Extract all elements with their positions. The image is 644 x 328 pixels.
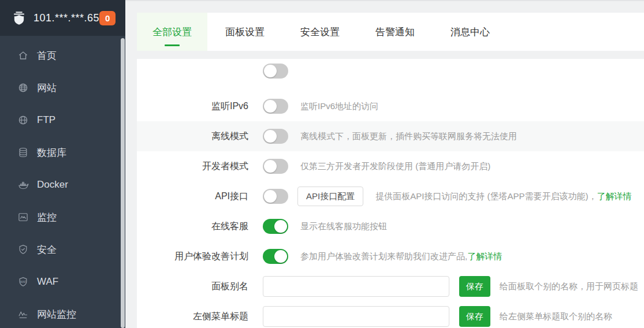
tab-alarm-notification[interactable]: 告警通知 xyxy=(358,13,433,51)
waf-shield-icon: WAF xyxy=(17,276,29,288)
setting-desc: 离线模式下，面板更新，插件购买等联网服务将无法使用 xyxy=(300,131,517,142)
toggle-knob xyxy=(264,65,277,77)
setting-desc: 显示在线客服功能按钮 xyxy=(300,221,387,232)
toggle-knob xyxy=(264,100,277,113)
setting-desc-text: 提供面板API接口访问的支持 (堡塔APP需要开启该功能)， xyxy=(375,191,597,201)
toggle-knob xyxy=(274,220,287,233)
sidebar-scrollbar[interactable] xyxy=(121,38,125,328)
toggle-knob xyxy=(264,190,277,203)
online-support-toggle[interactable] xyxy=(263,219,288,234)
sidebar-item-label: 首页 xyxy=(37,49,57,62)
sidebar-menu: 首页 网站 FTP 数据库 xyxy=(0,36,125,328)
setting-label: 在线客服 xyxy=(137,221,248,233)
baota-panel: 101.***.***.65 0 首页 网站 FTP xyxy=(0,0,644,328)
toggle-knob xyxy=(264,130,277,143)
offline-mode-toggle[interactable] xyxy=(263,129,288,144)
setting-label: 面板别名 xyxy=(137,281,248,293)
setting-row-developer-mode: 开发者模式 仅第三方开发者开发阶段使用 (普通用户请勿开启) xyxy=(137,151,644,181)
sidebar-item-waf[interactable]: WAF WAF xyxy=(0,266,125,298)
setting-desc: 参加用户体验改善计划来帮助我们改进产品,了解详情 xyxy=(300,251,502,262)
sidebar-item-label: 数据库 xyxy=(37,146,66,159)
setting-row-online-support: 在线客服 显示在线客服功能按钮 xyxy=(137,211,644,241)
message-count-badge[interactable]: 0 xyxy=(99,11,116,25)
menu-title-input[interactable] xyxy=(263,306,449,327)
sidebar-item-security[interactable]: 安全 xyxy=(0,233,125,266)
monitor-chart-icon xyxy=(17,211,29,223)
tab-label: 安全设置 xyxy=(300,25,340,39)
tab-all-settings[interactable]: 全部设置 xyxy=(137,13,207,51)
developer-mode-toggle[interactable] xyxy=(263,159,288,174)
sidebar-item-label: FTP xyxy=(37,114,55,126)
sidebar: 101.***.***.65 0 首页 网站 FTP xyxy=(0,0,125,328)
shield-check-icon xyxy=(17,244,29,255)
listen-ipv6-toggle[interactable] xyxy=(263,99,288,114)
ux-program-toggle[interactable] xyxy=(263,249,288,264)
setting-label: 左侧菜单标题 xyxy=(137,311,248,323)
pulse-chart-icon xyxy=(17,308,29,320)
sidebar-item-docker[interactable]: Docker xyxy=(0,169,125,201)
cut-off-toggle[interactable] xyxy=(263,64,288,79)
baota-logo-icon xyxy=(12,10,27,26)
setting-row-offline-mode: 离线模式 离线模式下，面板更新，插件购买等联网服务将无法使用 xyxy=(137,121,644,151)
sidebar-item-website[interactable]: 网站 xyxy=(0,72,125,104)
save-button[interactable]: 保存 xyxy=(459,306,490,327)
setting-desc: 给面板取个别的名称，用于网页标题 xyxy=(500,281,638,292)
settings-rows: 监听IPv6 监听IPv6地址的访问 离线模式 离线模式下，面板更新，插件购买等… xyxy=(137,59,644,328)
sidebar-item-label: 网站监控 xyxy=(37,308,76,321)
setting-label: 离线模式 xyxy=(137,131,248,143)
settings-panel: 监听IPv6 监听IPv6地址的访问 离线模式 离线模式下，面板更新，插件购买等… xyxy=(137,59,644,328)
settings-page: 全部设置 面板设置 安全设置 告警通知 消息中心 监听IPv xyxy=(125,0,644,328)
sidebar-item-label: Docker xyxy=(37,179,68,191)
setting-label: 用户体验改善计划 xyxy=(137,251,248,263)
toggle-knob xyxy=(264,160,277,173)
setting-desc: 监听IPv6地址的访问 xyxy=(300,101,378,112)
api-toggle[interactable] xyxy=(263,189,288,204)
setting-row-listen-ipv6: 监听IPv6 监听IPv6地址的访问 xyxy=(137,91,644,121)
sidebar-item-database[interactable]: 数据库 xyxy=(0,136,125,169)
toggle-knob xyxy=(274,250,287,263)
active-tab-underline xyxy=(165,44,180,46)
sidebar-item-label: WAF xyxy=(37,276,58,288)
setting-label: API接口 xyxy=(137,191,248,203)
api-config-button[interactable]: API接口配置 xyxy=(297,187,363,206)
save-button[interactable]: 保存 xyxy=(459,276,490,297)
tab-message-center[interactable]: 消息中心 xyxy=(433,13,508,51)
tab-label: 面板设置 xyxy=(225,25,265,39)
svg-text:WAF: WAF xyxy=(20,281,26,284)
setting-desc: 提供面板API接口访问的支持 (堡塔APP需要开启该功能)，了解详情 xyxy=(375,191,631,202)
tab-panel-settings[interactable]: 面板设置 xyxy=(207,13,282,51)
sidebar-item-site-monitor[interactable]: 网站监控 xyxy=(0,298,125,328)
setting-label: 开发者模式 xyxy=(137,161,248,173)
setting-row-menu-title: 左侧菜单标题 保存 给左侧菜单标题取个别的名称 xyxy=(137,301,644,328)
database-icon xyxy=(17,147,29,158)
sidebar-item-label: 监控 xyxy=(37,211,57,224)
sidebar-item-monitor[interactable]: 监控 xyxy=(0,201,125,233)
panel-alias-input[interactable] xyxy=(263,276,449,297)
learn-more-link[interactable]: 了解详情 xyxy=(467,251,502,261)
setting-row-panel-alias: 面板别名 保存 给面板取个别的名称，用于网页标题 xyxy=(137,271,644,301)
home-icon xyxy=(17,50,29,61)
server-header[interactable]: 101.***.***.65 0 xyxy=(0,0,125,36)
tab-label: 消息中心 xyxy=(451,25,490,39)
setting-desc-text: 参加用户体验改善计划来帮助我们改进产品, xyxy=(300,251,467,261)
server-ip: 101.***.***.65 xyxy=(33,12,99,24)
sidebar-item-home[interactable]: 首页 xyxy=(0,39,125,72)
setting-row-api: API接口 API接口配置 提供面板API接口访问的支持 (堡塔APP需要开启该… xyxy=(137,181,644,211)
learn-more-link[interactable]: 了解详情 xyxy=(597,191,632,201)
settings-tabs: 全部设置 面板设置 安全设置 告警通知 消息中心 xyxy=(137,13,644,51)
docker-icon xyxy=(17,179,29,191)
sidebar-item-label: 网站 xyxy=(37,81,57,95)
setting-label: 监听IPv6 xyxy=(137,100,248,113)
setting-desc: 仅第三方开发者开发阶段使用 (普通用户请勿开启) xyxy=(300,161,490,172)
ftp-globe-icon xyxy=(17,114,29,126)
tab-label: 全部设置 xyxy=(152,25,192,39)
sidebar-item-label: 安全 xyxy=(37,243,57,256)
tab-label: 告警通知 xyxy=(375,25,415,39)
sidebar-item-ftp[interactable]: FTP xyxy=(0,104,125,136)
setting-row-ux-program: 用户体验改善计划 参加用户体验改善计划来帮助我们改进产品,了解详情 xyxy=(137,241,644,271)
globe-icon xyxy=(17,82,29,94)
tab-security-settings[interactable]: 安全设置 xyxy=(282,13,358,51)
setting-desc: 给左侧菜单标题取个别的名称 xyxy=(500,311,612,322)
